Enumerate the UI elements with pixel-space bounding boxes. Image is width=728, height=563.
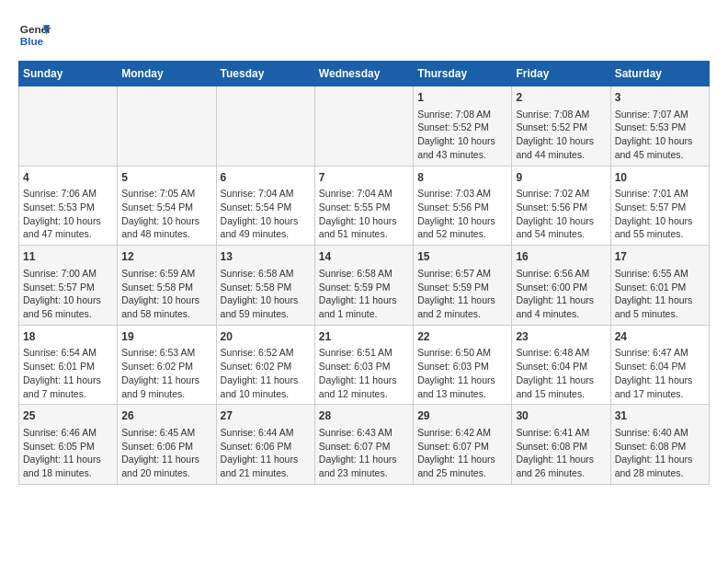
calendar-cell: 22Sunrise: 6:50 AMSunset: 6:03 PMDayligh… <box>414 325 512 405</box>
day-number: 9 <box>516 170 606 186</box>
day-info: Sunset: 5:54 PM <box>221 201 311 214</box>
calendar-cell: 12Sunrise: 6:59 AMSunset: 5:58 PMDayligh… <box>118 246 216 326</box>
day-info: Sunrise: 7:01 AM <box>615 187 705 201</box>
day-info: and 52 minutes. <box>417 227 507 241</box>
day-info: Sunset: 5:57 PM <box>23 281 113 294</box>
calendar-cell: 25Sunrise: 6:46 AMSunset: 6:05 PMDayligh… <box>19 405 118 485</box>
calendar-cell <box>314 86 413 167</box>
day-info: Daylight: 11 hours <box>516 373 606 387</box>
day-info: Daylight: 10 hours <box>516 214 606 228</box>
day-info: Daylight: 11 hours <box>221 453 311 466</box>
day-info: Daylight: 11 hours <box>319 373 409 387</box>
svg-text:Blue: Blue <box>20 35 44 47</box>
day-info: Sunset: 6:04 PM <box>516 360 606 373</box>
calendar-cell: 19Sunrise: 6:53 AMSunset: 6:02 PMDayligh… <box>118 325 216 405</box>
day-number: 5 <box>121 170 211 186</box>
calendar-cell: 18Sunrise: 6:54 AMSunset: 6:01 PMDayligh… <box>19 325 118 405</box>
day-info: Sunset: 5:55 PM <box>319 201 409 214</box>
day-info: Sunrise: 7:00 AM <box>23 267 113 281</box>
day-info: Daylight: 11 hours <box>516 453 606 466</box>
day-info: Sunrise: 6:59 AM <box>121 267 211 281</box>
day-info: Daylight: 11 hours <box>121 373 211 387</box>
calendar-cell: 15Sunrise: 6:57 AMSunset: 5:59 PMDayligh… <box>414 246 512 326</box>
day-info: Daylight: 11 hours <box>319 453 409 466</box>
calendar-cell: 30Sunrise: 6:41 AMSunset: 6:08 PMDayligh… <box>512 405 610 485</box>
day-info: Daylight: 10 hours <box>121 214 211 228</box>
day-info: Sunset: 6:03 PM <box>417 360 507 373</box>
day-number: 2 <box>516 90 606 106</box>
calendar-week-1: 1Sunrise: 7:08 AMSunset: 5:52 PMDaylight… <box>19 86 710 167</box>
day-info: Daylight: 10 hours <box>121 293 211 307</box>
calendar-cell: 8Sunrise: 7:03 AMSunset: 5:56 PMDaylight… <box>414 166 512 246</box>
day-number: 30 <box>516 408 606 424</box>
day-info: Daylight: 11 hours <box>417 453 507 466</box>
day-number: 13 <box>221 249 311 265</box>
day-info: Sunrise: 6:46 AM <box>23 426 113 440</box>
day-number: 10 <box>615 170 705 186</box>
day-number: 6 <box>221 170 311 186</box>
calendar-cell: 1Sunrise: 7:08 AMSunset: 5:52 PMDaylight… <box>414 86 512 167</box>
logo-icon: General Blue <box>18 18 51 52</box>
day-number: 3 <box>615 90 705 106</box>
calendar-cell: 31Sunrise: 6:40 AMSunset: 6:08 PMDayligh… <box>610 405 709 485</box>
day-info: and 59 minutes. <box>221 307 311 321</box>
day-info: and 45 minutes. <box>615 148 705 162</box>
day-info: Daylight: 11 hours <box>615 453 705 466</box>
day-number: 26 <box>121 408 211 424</box>
day-info: Sunset: 6:08 PM <box>516 440 606 454</box>
day-info: Daylight: 10 hours <box>319 214 409 228</box>
day-info: Daylight: 11 hours <box>615 373 705 387</box>
calendar-cell: 9Sunrise: 7:02 AMSunset: 5:56 PMDaylight… <box>512 166 610 246</box>
day-number: 25 <box>23 408 113 424</box>
day-info: Sunrise: 7:04 AM <box>221 187 311 201</box>
day-info: Sunrise: 6:57 AM <box>417 267 507 281</box>
day-info: Sunrise: 6:42 AM <box>417 426 507 440</box>
day-info: Sunset: 5:53 PM <box>615 121 705 134</box>
day-info: Daylight: 10 hours <box>417 134 507 148</box>
day-info: and 21 minutes. <box>221 466 311 480</box>
day-number: 17 <box>615 249 705 265</box>
day-info: Sunset: 5:52 PM <box>417 121 507 134</box>
day-info: Sunset: 5:56 PM <box>516 201 606 214</box>
day-number: 14 <box>319 249 409 265</box>
day-info: Sunrise: 6:54 AM <box>23 346 113 360</box>
day-number: 27 <box>221 408 311 424</box>
day-info: Sunrise: 6:43 AM <box>319 426 409 440</box>
day-info: and 49 minutes. <box>221 227 311 241</box>
day-info: Daylight: 10 hours <box>23 293 113 307</box>
day-number: 21 <box>319 329 409 345</box>
day-info: Sunrise: 6:58 AM <box>319 267 409 281</box>
day-number: 22 <box>417 329 507 345</box>
day-info: Sunset: 6:06 PM <box>121 440 211 454</box>
calendar-cell: 10Sunrise: 7:01 AMSunset: 5:57 PMDayligh… <box>610 166 709 246</box>
header-day-thursday: Thursday <box>414 62 512 86</box>
calendar-cell: 23Sunrise: 6:48 AMSunset: 6:04 PMDayligh… <box>512 325 610 405</box>
day-info: and 51 minutes. <box>319 227 409 241</box>
day-info: Sunrise: 6:47 AM <box>615 346 705 360</box>
day-info: Daylight: 11 hours <box>615 293 705 307</box>
day-info: Daylight: 11 hours <box>221 373 311 387</box>
day-info: and 9 minutes. <box>121 387 211 401</box>
day-info: Sunset: 6:00 PM <box>516 281 606 294</box>
calendar-week-4: 18Sunrise: 6:54 AMSunset: 6:01 PMDayligh… <box>19 325 710 405</box>
calendar-cell: 28Sunrise: 6:43 AMSunset: 6:07 PMDayligh… <box>314 405 413 485</box>
day-info: and 15 minutes. <box>516 387 606 401</box>
day-number: 8 <box>417 170 507 186</box>
day-info: Sunset: 6:03 PM <box>319 360 409 373</box>
day-number: 16 <box>516 249 606 265</box>
day-info: and 25 minutes. <box>417 466 507 480</box>
day-info: and 58 minutes. <box>121 307 211 321</box>
day-info: Daylight: 11 hours <box>417 373 507 387</box>
day-info: Sunrise: 6:45 AM <box>121 426 211 440</box>
header-row: SundayMondayTuesdayWednesdayThursdayFrid… <box>19 62 710 86</box>
day-info: and 44 minutes. <box>516 148 606 162</box>
header-day-tuesday: Tuesday <box>216 62 314 86</box>
day-info: and 47 minutes. <box>23 227 113 241</box>
day-info: Sunrise: 6:56 AM <box>516 267 606 281</box>
day-info: Daylight: 10 hours <box>417 214 507 228</box>
calendar-cell: 24Sunrise: 6:47 AMSunset: 6:04 PMDayligh… <box>610 325 709 405</box>
calendar-week-3: 11Sunrise: 7:00 AMSunset: 5:57 PMDayligh… <box>19 246 710 326</box>
calendar-cell <box>216 86 314 167</box>
day-info: and 2 minutes. <box>417 307 507 321</box>
day-number: 23 <box>516 329 606 345</box>
